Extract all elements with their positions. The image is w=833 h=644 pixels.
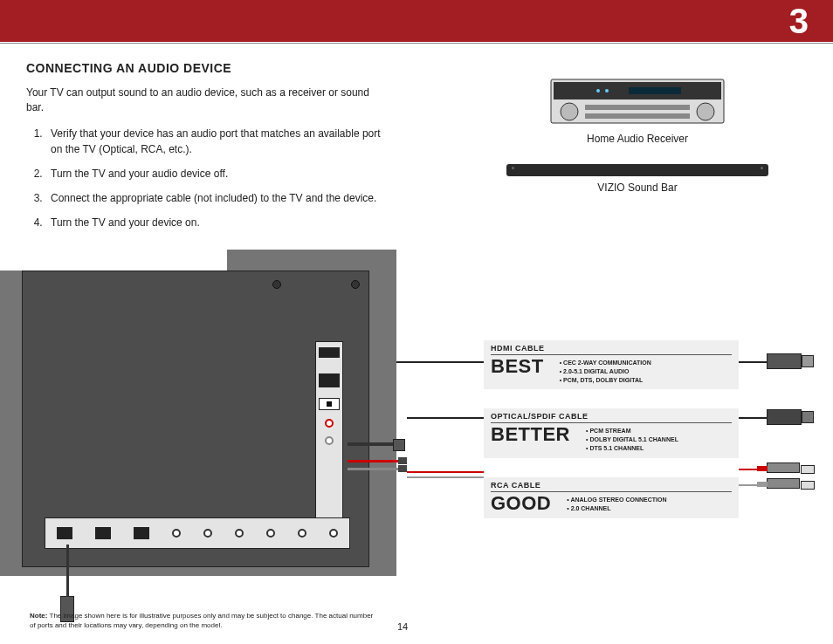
cable-header: RCA CABLE [491, 481, 732, 492]
cable-feature: DTS 5.1 CHANNEL [586, 444, 678, 453]
chapter-bar: 3 [0, 0, 833, 42]
cable-features: ANALOG STEREO CONNECTION 2.0 CHANNEL [567, 496, 666, 513]
cable-line-optical [407, 417, 484, 419]
coax-port-icon [329, 529, 338, 538]
optical-port-icon [319, 398, 340, 410]
step-item: Turn the TV and your audio device off. [45, 166, 384, 182]
soundbar-icon [506, 164, 768, 176]
hdmi-connector-icon [767, 351, 816, 372]
step-item: Verify that your device has an audio por… [45, 126, 384, 157]
svg-rect-5 [585, 113, 690, 119]
svg-point-6 [596, 89, 600, 92]
footnote: Note: The image shown here is for illust… [30, 612, 379, 630]
cable-quality-list: HDMI CABLE BEST CEC 2-WAY COMMUNICATION … [484, 340, 739, 538]
cable-feature: CEC 2-WAY COMMUNICATION [560, 359, 651, 367]
steps-list: Verify that your device has an audio por… [26, 126, 384, 230]
ethernet-port-icon [134, 527, 149, 539]
cable-line-optical-r [739, 417, 767, 419]
receiver-icon [489, 79, 786, 127]
note-label: Note: [30, 612, 47, 620]
cable-box-optical: OPTICAL/SPDIF CABLE BETTER PCM STREAM DO… [484, 408, 739, 457]
cable-header: OPTICAL/SPDIF CABLE [491, 412, 732, 423]
side-port-panel [315, 341, 343, 518]
svg-rect-4 [585, 105, 690, 110]
svg-point-7 [605, 89, 609, 92]
cable-rank: BEST [491, 357, 544, 376]
cable-line-rca-white [407, 476, 484, 478]
hdmi-side-port-icon [319, 373, 340, 387]
cable-line-hdmi [396, 361, 484, 363]
tv-back-panel [0, 250, 396, 576]
cable-features: PCM STREAM DOLBY DIGITAL 5.1 CHANNEL DTS… [586, 427, 678, 452]
rca-red-plug-icon [767, 462, 800, 473]
cable-feature: 2.0 CHANNEL [567, 504, 666, 513]
cable-box-hdmi: HDMI CABLE BEST CEC 2-WAY COMMUNICATION … [484, 340, 739, 389]
cable-feature: ANALOG STEREO CONNECTION [567, 496, 666, 504]
cable-rank: BETTER [491, 425, 570, 444]
step-item: Turn the TV and your device on. [45, 215, 384, 230]
cable-feature: PCM STREAM [586, 427, 678, 435]
cable-features: CEC 2-WAY COMMUNICATION 2.0-5.1 DIGITAL … [560, 359, 651, 384]
svg-rect-8 [629, 87, 681, 94]
rca-red-port-icon [325, 419, 334, 428]
rca-white-port-icon [325, 436, 334, 445]
cable-line-rca-white-r [739, 484, 758, 486]
usb-port-icon [319, 347, 340, 358]
cable-line-rca-red-r [739, 469, 758, 470]
cable-rank: GOOD [491, 494, 551, 513]
chapter-number: 3 [789, 2, 809, 41]
component-port-icon [298, 529, 306, 538]
svg-point-2 [561, 103, 578, 120]
intro-text: Your TV can output sound to an audio dev… [26, 86, 375, 115]
header-divider [0, 43, 833, 44]
component-port-icon [266, 529, 275, 538]
page-number: 14 [397, 621, 408, 632]
cable-box-rca: RCA CABLE GOOD ANALOG STEREO CONNECTION … [484, 477, 739, 518]
step-item: Connect the appropriate cable (not inclu… [45, 190, 384, 206]
svg-point-3 [697, 103, 714, 120]
bottom-port-panel [45, 517, 350, 549]
receiver-label: Home Audio Receiver [489, 133, 786, 145]
optical-connector-icon [767, 407, 816, 428]
section-title: CONNECTING AN AUDIO DEVICE [26, 61, 816, 75]
cable-feature: DOLBY DIGITAL 5.1 CHANNEL [586, 435, 678, 444]
cable-line-hdmi-r [739, 361, 767, 363]
devices-illustration: Home Audio Receiver VIZIO Sound Bar [489, 79, 786, 213]
screw-icon [272, 280, 281, 289]
optical-cable-stub [348, 442, 396, 446]
soundbar-label: VIZIO Sound Bar [489, 182, 786, 194]
note-text: The image shown here is for illustrative… [30, 612, 373, 628]
cable-feature: 2.0-5.1 DIGITAL AUDIO [560, 367, 651, 376]
component-port-icon [172, 529, 181, 538]
component-port-icon [235, 529, 244, 538]
tv-inner-panel [22, 271, 369, 567]
component-port-icon [203, 529, 212, 538]
rca-white-plug-icon [767, 478, 800, 489]
rca-red-cable-stub [348, 460, 400, 462]
cable-line-rca-red [407, 471, 484, 473]
hdmi-port-icon [95, 527, 111, 539]
hdmi-port-icon [57, 527, 72, 539]
cable-feature: PCM, DTS, DOLBY DIGITAL [560, 376, 651, 385]
cable-header: HDMI CABLE [491, 344, 732, 355]
rca-connector-icon [767, 462, 816, 497]
rca-white-cable-stub [348, 468, 400, 470]
screw-icon [351, 280, 360, 289]
